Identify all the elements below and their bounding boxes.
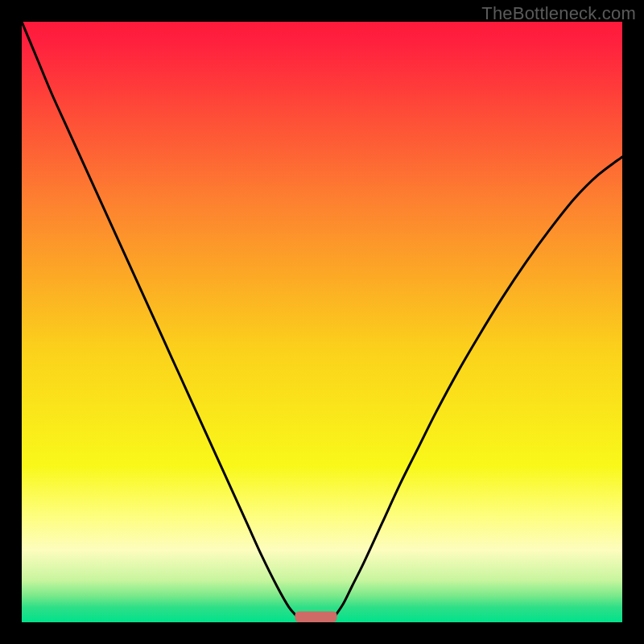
min-marker (295, 612, 336, 622)
chart-frame: TheBottleneck.com (0, 0, 644, 644)
gradient-background (22, 22, 622, 622)
chart-plot-area (22, 22, 622, 622)
chart-svg (22, 22, 622, 622)
